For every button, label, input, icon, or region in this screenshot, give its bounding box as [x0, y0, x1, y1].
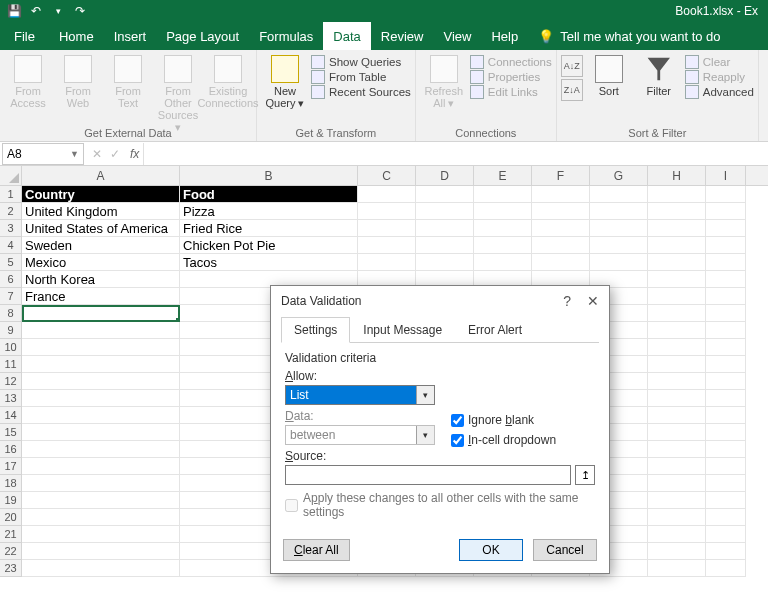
cell-c1[interactable]	[358, 186, 416, 203]
cell-d3[interactable]	[416, 220, 474, 237]
cell-h6[interactable]	[648, 271, 706, 288]
row-header[interactable]: 22	[0, 543, 22, 560]
chevron-down-icon[interactable]: ▾	[416, 386, 434, 404]
cell-d4[interactable]	[416, 237, 474, 254]
cell-g2[interactable]	[590, 203, 648, 220]
cell-b4[interactable]: Chicken Pot Pie	[180, 237, 358, 254]
col-header-h[interactable]: H	[648, 166, 706, 185]
col-header-b[interactable]: B	[180, 166, 358, 185]
formula-input[interactable]	[143, 143, 768, 165]
cell-a4[interactable]: Sweden	[22, 237, 180, 254]
col-header-g[interactable]: G	[590, 166, 648, 185]
cell-i4[interactable]	[706, 237, 746, 254]
cell-a21[interactable]	[22, 526, 180, 543]
cell-g3[interactable]	[590, 220, 648, 237]
col-header-d[interactable]: D	[416, 166, 474, 185]
cell-i17[interactable]	[706, 458, 746, 475]
cell-a16[interactable]	[22, 441, 180, 458]
cell-c5[interactable]	[358, 254, 416, 271]
cell-a10[interactable]	[22, 339, 180, 356]
cell-h20[interactable]	[648, 509, 706, 526]
cell-i23[interactable]	[706, 560, 746, 577]
cell-i20[interactable]	[706, 509, 746, 526]
cell-h17[interactable]	[648, 458, 706, 475]
cell-i5[interactable]	[706, 254, 746, 271]
col-header-c[interactable]: C	[358, 166, 416, 185]
sort-button[interactable]: Sort	[585, 53, 633, 97]
cell-a15[interactable]	[22, 424, 180, 441]
row-header[interactable]: 1	[0, 186, 22, 203]
cell-h3[interactable]	[648, 220, 706, 237]
row-header[interactable]: 2	[0, 203, 22, 220]
tab-home[interactable]: Home	[49, 22, 104, 50]
name-box[interactable]: A8 ▼	[2, 143, 84, 165]
undo-icon[interactable]: ↶	[28, 3, 44, 19]
cell-i18[interactable]	[706, 475, 746, 492]
cell-d2[interactable]	[416, 203, 474, 220]
row-header[interactable]: 6	[0, 271, 22, 288]
clear-all-button[interactable]: Clear All	[283, 539, 350, 561]
cell-b5[interactable]: Tacos	[180, 254, 358, 271]
existing-connections-button[interactable]: Existing Connections	[204, 53, 252, 109]
tell-me[interactable]: 💡 Tell me what you want to do	[528, 22, 720, 50]
ignore-blank-input[interactable]	[451, 414, 464, 427]
cell-a14[interactable]	[22, 407, 180, 424]
new-query-button[interactable]: New Query ▾	[261, 53, 309, 109]
tab-data[interactable]: Data	[323, 22, 370, 50]
cell-i2[interactable]	[706, 203, 746, 220]
cell-h22[interactable]	[648, 543, 706, 560]
tab-error-alert[interactable]: Error Alert	[455, 317, 535, 343]
allow-combo[interactable]: List ▾	[285, 385, 435, 405]
cell-i14[interactable]	[706, 407, 746, 424]
cell-a19[interactable]	[22, 492, 180, 509]
cell-h16[interactable]	[648, 441, 706, 458]
from-text-button[interactable]: From Text	[104, 53, 152, 109]
cell-c4[interactable]	[358, 237, 416, 254]
cancel-button[interactable]: Cancel	[533, 539, 597, 561]
col-header-e[interactable]: E	[474, 166, 532, 185]
row-header[interactable]: 8	[0, 305, 22, 322]
connections-button[interactable]: Connections	[470, 55, 552, 69]
row-header[interactable]: 5	[0, 254, 22, 271]
cell-h5[interactable]	[648, 254, 706, 271]
cell-h11[interactable]	[648, 356, 706, 373]
sort-az-button[interactable]: A↓Z	[561, 55, 583, 77]
sort-za-button[interactable]: Z↓A	[561, 79, 583, 101]
cell-i12[interactable]	[706, 373, 746, 390]
refresh-all-button[interactable]: Refresh All ▾	[420, 53, 468, 109]
cell-e1[interactable]	[474, 186, 532, 203]
cell-b2[interactable]: Pizza	[180, 203, 358, 220]
cell-a17[interactable]	[22, 458, 180, 475]
tab-formulas[interactable]: Formulas	[249, 22, 323, 50]
row-header[interactable]: 10	[0, 339, 22, 356]
cell-a9[interactable]	[22, 322, 180, 339]
cell-h2[interactable]	[648, 203, 706, 220]
cell-c3[interactable]	[358, 220, 416, 237]
cell-i13[interactable]	[706, 390, 746, 407]
row-header[interactable]: 15	[0, 424, 22, 441]
row-header[interactable]: 4	[0, 237, 22, 254]
cell-h7[interactable]	[648, 288, 706, 305]
cell-e4[interactable]	[474, 237, 532, 254]
enter-formula-icon[interactable]: ✓	[110, 147, 120, 161]
cell-i22[interactable]	[706, 543, 746, 560]
in-cell-input[interactable]	[451, 434, 464, 447]
row-header[interactable]: 13	[0, 390, 22, 407]
row-header[interactable]: 9	[0, 322, 22, 339]
select-all-corner[interactable]	[0, 166, 22, 185]
cell-a8[interactable]	[22, 305, 180, 322]
in-cell-dropdown-checkbox[interactable]: In-cell dropdown	[451, 433, 556, 447]
cell-a7[interactable]: France	[22, 288, 180, 305]
redo-icon[interactable]: ↷	[72, 3, 88, 19]
cell-e2[interactable]	[474, 203, 532, 220]
cell-a12[interactable]	[22, 373, 180, 390]
row-header[interactable]: 7	[0, 288, 22, 305]
col-header-a[interactable]: A	[22, 166, 180, 185]
cell-c2[interactable]	[358, 203, 416, 220]
col-header-f[interactable]: F	[532, 166, 590, 185]
cell-a2[interactable]: United Kingdom	[22, 203, 180, 220]
cell-h10[interactable]	[648, 339, 706, 356]
cell-h18[interactable]	[648, 475, 706, 492]
cell-a1[interactable]: Country	[22, 186, 180, 203]
reapply-button[interactable]: Reapply	[685, 70, 754, 84]
